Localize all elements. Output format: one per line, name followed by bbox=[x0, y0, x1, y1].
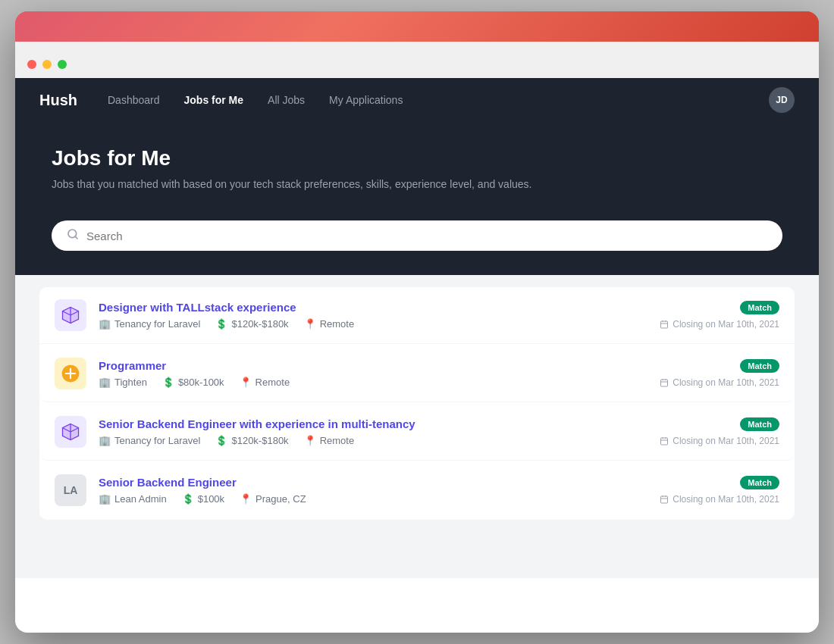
match-badge-4: Match bbox=[740, 476, 779, 489]
job-title-2: Programmer bbox=[99, 359, 647, 372]
hero-section: Jobs for Me Jobs that you matched with b… bbox=[15, 122, 819, 220]
search-input[interactable] bbox=[86, 230, 767, 242]
user-avatar[interactable]: JD bbox=[769, 87, 795, 113]
job-right-2: Match Closing on Mar 10th, 2021 bbox=[660, 359, 779, 388]
job-salary-2: 💲 $80k-100k bbox=[162, 377, 224, 388]
job-card-1[interactable]: Designer with TALLstack experience 🏢 Ten… bbox=[39, 287, 795, 344]
building-icon-3: 🏢 bbox=[99, 435, 111, 446]
location-icon-2: 📍 bbox=[240, 377, 252, 388]
building-icon-4: 🏢 bbox=[99, 493, 111, 505]
company-logo-2 bbox=[55, 358, 86, 389]
job-location-1: 📍 Remote bbox=[304, 318, 355, 330]
job-card-3[interactable]: Senior Backend Engineer with experience … bbox=[39, 404, 795, 461]
svg-rect-2 bbox=[661, 321, 668, 328]
job-right-1: Match Closing on Mar 10th, 2021 bbox=[660, 301, 779, 330]
building-icon-1: 🏢 bbox=[99, 318, 111, 330]
company-logo-4: LA bbox=[55, 474, 86, 506]
job-salary-4: 💲 $100k bbox=[182, 493, 224, 505]
closing-date-3: Closing on Mar 10th, 2021 bbox=[660, 436, 779, 446]
svg-rect-13 bbox=[661, 438, 668, 445]
page-title: Jobs for Me bbox=[52, 146, 782, 170]
svg-rect-17 bbox=[661, 496, 668, 503]
browser-dot-close[interactable] bbox=[27, 60, 36, 69]
money-icon-3: 💲 bbox=[215, 435, 227, 446]
location-icon-1: 📍 bbox=[304, 318, 316, 330]
job-meta-3: 🏢 Tenancy for Laravel 💲 $120k-$180k 📍 Re… bbox=[99, 435, 647, 446]
money-icon-4: 💲 bbox=[182, 493, 194, 505]
building-icon-2: 🏢 bbox=[99, 377, 111, 388]
job-info-4: Senior Backend Engineer 🏢 Lean Admin 💲 $… bbox=[99, 476, 647, 505]
job-location-4: 📍 Prague, CZ bbox=[240, 493, 306, 505]
job-meta-4: 🏢 Lean Admin 💲 $100k 📍 Prague, CZ bbox=[99, 493, 647, 505]
search-bar bbox=[52, 220, 782, 251]
job-title-1: Designer with TALLstack experience bbox=[99, 301, 647, 314]
jobs-section: Designer with TALLstack experience 🏢 Ten… bbox=[15, 275, 819, 578]
job-salary-1: 💲 $120k-$180k bbox=[215, 318, 288, 330]
app-logo: Hush bbox=[39, 92, 77, 109]
page-subtitle: Jobs that you matched with based on your… bbox=[52, 178, 782, 190]
job-meta-2: 🏢 Tighten 💲 $80k-100k 📍 Remote bbox=[99, 377, 647, 388]
nav-link-jobs-for-me[interactable]: Jobs for Me bbox=[184, 91, 244, 109]
company-logo-3 bbox=[55, 416, 86, 448]
job-company-2: 🏢 Tighten bbox=[99, 377, 147, 388]
job-location-2: 📍 Remote bbox=[240, 377, 290, 388]
nav-link-dashboard[interactable]: Dashboard bbox=[108, 91, 160, 109]
nav-link-my-applications[interactable]: My Applications bbox=[329, 91, 403, 109]
job-info-1: Designer with TALLstack experience 🏢 Ten… bbox=[99, 301, 647, 330]
match-badge-3: Match bbox=[740, 417, 779, 431]
job-company-4: 🏢 Lean Admin bbox=[99, 493, 167, 505]
location-icon-3: 📍 bbox=[304, 435, 316, 446]
money-icon-2: 💲 bbox=[162, 377, 174, 388]
job-card-2[interactable]: Programmer 🏢 Tighten 💲 $80k-100k bbox=[39, 345, 795, 402]
location-icon-4: 📍 bbox=[240, 493, 252, 505]
browser-dot-maximize[interactable] bbox=[58, 60, 67, 69]
job-info-2: Programmer 🏢 Tighten 💲 $80k-100k bbox=[99, 359, 647, 388]
nav-link-all-jobs[interactable]: All Jobs bbox=[268, 91, 305, 109]
nav-links: Dashboard Jobs for Me All Jobs My Applic… bbox=[108, 91, 769, 109]
match-badge-2: Match bbox=[740, 359, 779, 373]
job-info-3: Senior Backend Engineer with experience … bbox=[99, 417, 647, 446]
job-company-1: 🏢 Tenancy for Laravel bbox=[99, 318, 200, 330]
job-card-4[interactable]: LA Senior Backend Engineer 🏢 Lean Admin … bbox=[39, 462, 795, 518]
closing-date-2: Closing on Mar 10th, 2021 bbox=[660, 377, 779, 388]
job-meta-1: 🏢 Tenancy for Laravel 💲 $120k-$180k 📍 Re… bbox=[99, 318, 647, 330]
job-company-3: 🏢 Tenancy for Laravel bbox=[99, 435, 200, 446]
svg-line-1 bbox=[75, 236, 77, 239]
job-title-3: Senior Backend Engineer with experience … bbox=[99, 417, 647, 430]
company-logo-1 bbox=[55, 299, 86, 331]
job-right-3: Match Closing on Mar 10th, 2021 bbox=[660, 417, 779, 446]
search-container bbox=[15, 220, 819, 275]
browser-dot-minimize[interactable] bbox=[42, 60, 52, 69]
svg-rect-9 bbox=[661, 380, 668, 386]
job-right-4: Match Closing on Mar 10th, 2021 bbox=[660, 476, 779, 505]
search-icon bbox=[67, 228, 79, 243]
closing-date-4: Closing on Mar 10th, 2021 bbox=[660, 494, 779, 505]
navbar: Hush Dashboard Jobs for Me All Jobs My A… bbox=[15, 78, 819, 122]
closing-date-1: Closing on Mar 10th, 2021 bbox=[660, 319, 779, 330]
job-salary-3: 💲 $120k-$180k bbox=[215, 435, 288, 446]
job-location-3: 📍 Remote bbox=[304, 435, 355, 446]
match-badge-1: Match bbox=[740, 301, 779, 314]
job-title-4: Senior Backend Engineer bbox=[99, 476, 647, 489]
money-icon-1: 💲 bbox=[215, 318, 227, 330]
